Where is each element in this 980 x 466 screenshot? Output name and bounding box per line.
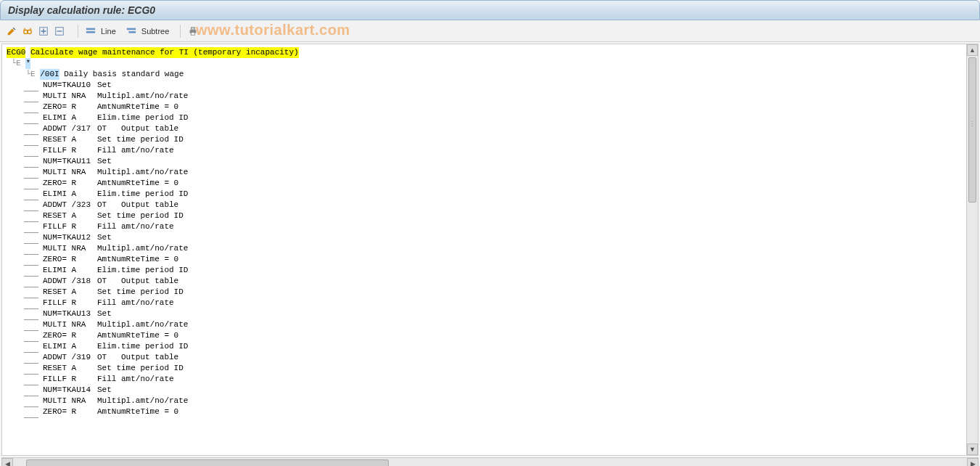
leaf-operation: ADDWT /317 <box>43 123 97 134</box>
leaf-description: OT Output table <box>97 352 178 363</box>
leaf-description: Multipl.amt/no/rate <box>97 243 188 254</box>
tree-leaf[interactable]: ELIMI AElim.time period ID <box>7 341 973 352</box>
line-icon[interactable] <box>83 24 98 38</box>
svg-point-1 <box>28 30 31 33</box>
leaf-operation: ELIMI A <box>43 265 97 276</box>
leaf-description: Set <box>97 308 112 319</box>
leaf-operation: FILLF R <box>43 298 97 308</box>
leaf-operation: NUM=TKAU12 <box>43 232 97 243</box>
scroll-left-icon[interactable]: ◀ <box>1 458 13 466</box>
leaf-description: Fill amt/no/rate <box>97 298 174 308</box>
tree-leaf[interactable]: ZERO= RAmtNumRteTime = 0 <box>7 254 973 265</box>
leaf-operation: RESET A <box>43 134 97 145</box>
leaf-description: Set time period ID <box>97 210 184 221</box>
horizontal-scrollbar[interactable]: ◀ ▶ <box>1 457 979 466</box>
expand-icon[interactable] <box>36 24 51 38</box>
tree-leaf[interactable]: ZERO= RAmtNumRteTime = 0 <box>7 330 973 341</box>
tree-leaf[interactable]: FILLF RFill amt/no/rate <box>7 221 973 232</box>
tree-leaf[interactable]: NUM=TKAU10Set <box>7 80 973 91</box>
leaf-operation: ZERO= R <box>43 406 97 417</box>
leaf-description: Multipl.amt/no/rate <box>97 91 188 102</box>
node-label: * <box>25 58 30 69</box>
svg-rect-4 <box>86 28 95 30</box>
leaf-description: AmtNumRteTime = 0 <box>97 254 178 265</box>
tree-leaf[interactable]: NUM=TKAU14Set <box>7 385 973 396</box>
tree-root[interactable]: ECG0 Calculate wage maintenance for TI (… <box>7 47 973 58</box>
tree-leaf[interactable]: FILLF RFill amt/no/rate <box>7 374 973 385</box>
separator <box>180 25 181 38</box>
svg-rect-7 <box>128 31 136 33</box>
leaf-operation: ELIMI A <box>43 113 97 123</box>
tree-leaf[interactable]: ELIMI AElim.time period ID <box>7 113 973 123</box>
leaf-operation: ZERO= R <box>43 254 97 265</box>
edit-icon[interactable] <box>4 24 19 38</box>
tree-leaf[interactable]: RESET ASet time period ID <box>7 363 973 374</box>
leaf-description: Multipl.amt/no/rate <box>97 167 188 178</box>
leaf-operation: NUM=TKAU10 <box>43 80 97 91</box>
leaf-operation: ADDWT /319 <box>43 352 97 363</box>
line-label: Line <box>101 27 116 36</box>
vertical-scrollbar[interactable]: ▲ ▼ <box>966 44 978 455</box>
leaf-description: Set time period ID <box>97 363 184 374</box>
tree-leaf[interactable]: ADDWT /319OT Output table <box>7 352 973 363</box>
tree-leaf[interactable]: NUM=TKAU12Set <box>7 232 973 243</box>
glasses-icon[interactable] <box>20 24 35 38</box>
tree-leaf[interactable]: ELIMI AElim.time period ID <box>7 265 973 276</box>
collapse-icon[interactable] <box>52 24 67 38</box>
page-title: Display calculation rule: ECG0 <box>8 4 155 16</box>
subtree-icon[interactable] <box>124 24 139 38</box>
scroll-down-icon[interactable]: ▼ <box>967 443 978 455</box>
tree-leaf[interactable]: NUM=TKAU11Set <box>7 156 973 167</box>
tree-node[interactable]: └E /00I Daily basis standard wage <box>7 69 973 80</box>
leaf-description: Set <box>97 385 112 396</box>
tree-leaf[interactable]: ADDWT /317OT Output table <box>7 123 973 134</box>
leaf-operation: ADDWT /323 <box>43 200 97 210</box>
leaf-description: Multipl.amt/no/rate <box>97 319 188 330</box>
tree-leaf[interactable]: ADDWT /323OT Output table <box>7 200 973 210</box>
leaf-operation: MULTI NRA <box>43 243 97 254</box>
content-area: ECG0 Calculate wage maintenance for TI (… <box>1 44 979 456</box>
tree-leaf[interactable]: ZERO= RAmtNumRteTime = 0 <box>7 178 973 189</box>
svg-rect-10 <box>192 32 195 35</box>
tree-leaf[interactable]: MULTI NRAMultipl.amt/no/rate <box>7 167 973 178</box>
tree-leaf[interactable]: MULTI NRAMultipl.amt/no/rate <box>7 91 973 102</box>
tree-leaf[interactable]: FILLF RFill amt/no/rate <box>7 298 973 308</box>
title-bar: Display calculation rule: ECG0 <box>0 0 980 20</box>
scroll-thumb[interactable] <box>968 57 976 203</box>
print-icon[interactable] <box>186 24 200 38</box>
leaf-description: OT Output table <box>97 200 178 210</box>
tree-leaf[interactable]: RESET ASet time period ID <box>7 287 973 298</box>
tree-leaf[interactable]: NUM=TKAU13Set <box>7 308 973 319</box>
leaf-description: Set <box>97 232 112 243</box>
leaf-operation: FILLF R <box>43 221 97 232</box>
separator <box>78 25 78 38</box>
leaf-description: Elim.time period ID <box>97 113 188 123</box>
tree-leaf[interactable]: RESET ASet time period ID <box>7 210 973 221</box>
root-desc: Calculate wage maintenance for TI (tempo… <box>30 47 299 58</box>
tree-leaf[interactable]: RESET ASet time period ID <box>7 134 973 145</box>
scroll-up-icon[interactable]: ▲ <box>967 44 978 56</box>
tree-node[interactable]: └E * <box>7 58 973 69</box>
leaf-operation: RESET A <box>43 287 97 298</box>
leaf-description: Set <box>97 80 112 91</box>
scroll-right-icon[interactable]: ▶ <box>967 458 979 466</box>
tree-leaf[interactable]: MULTI NRAMultipl.amt/no/rate <box>7 319 973 330</box>
leaf-operation: FILLF R <box>43 374 97 385</box>
leaf-description: AmtNumRteTime = 0 <box>97 178 178 189</box>
tree-view[interactable]: ECG0 Calculate wage maintenance for TI (… <box>2 44 978 455</box>
tree-leaf[interactable]: FILLF RFill amt/no/rate <box>7 145 973 156</box>
tree-leaf[interactable]: MULTI NRAMultipl.amt/no/rate <box>7 396 973 406</box>
leaf-description: OT Output table <box>97 276 178 287</box>
leaf-description: Elim.time period ID <box>97 265 188 276</box>
leaf-description: Set time period ID <box>97 287 184 298</box>
scroll-thumb-h[interactable] <box>26 459 389 466</box>
tree-leaf[interactable]: ZERO= RAmtNumRteTime = 0 <box>7 406 973 417</box>
tree-leaf[interactable]: ADDWT /318OT Output table <box>7 276 973 287</box>
tree-leaf[interactable]: ZERO= RAmtNumRteTime = 0 <box>7 102 973 113</box>
leaf-operation: NUM=TKAU14 <box>43 385 97 396</box>
leaf-description: Fill amt/no/rate <box>97 221 174 232</box>
tree-leaf[interactable]: ELIMI AElim.time period ID <box>7 189 973 200</box>
leaf-description: Set <box>97 156 112 167</box>
leaf-operation: MULTI NRA <box>43 91 97 102</box>
tree-leaf[interactable]: MULTI NRAMultipl.amt/no/rate <box>7 243 973 254</box>
